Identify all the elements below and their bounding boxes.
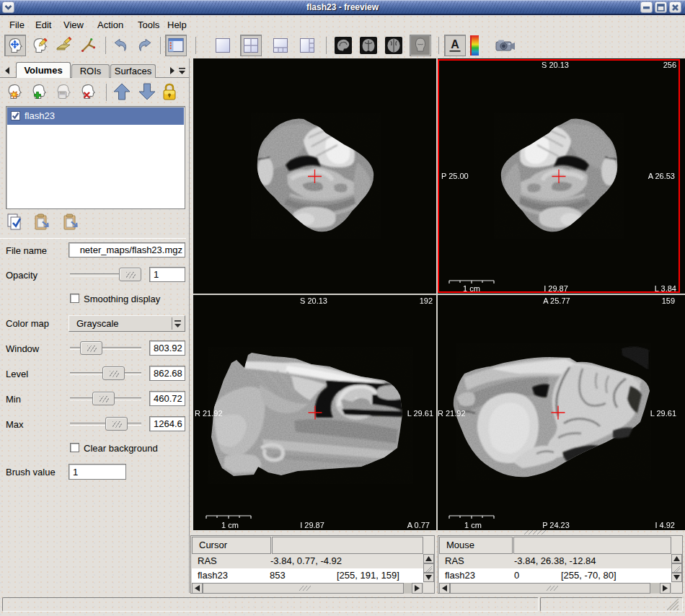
svg-text:A: A [451, 38, 459, 50]
svg-text:I 29.87: I 29.87 [544, 284, 568, 293]
svg-text:1 cm: 1 cm [463, 284, 480, 293]
svg-text:R 21.92: R 21.92 [438, 409, 466, 418]
svg-text:L 29.61: L 29.61 [650, 409, 676, 418]
svg-text:S 20.13: S 20.13 [300, 296, 327, 305]
svg-text:256: 256 [663, 61, 676, 69]
svg-text:I 4.92: I 4.92 [655, 521, 675, 529]
svg-text:L 3.84: L 3.84 [655, 284, 676, 293]
svg-text:A 0.77: A 0.77 [407, 521, 430, 529]
svg-text:192: 192 [420, 296, 433, 305]
svg-text:1 cm: 1 cm [221, 521, 239, 529]
svg-text:I 29.87: I 29.87 [300, 521, 324, 529]
svg-text:A 25.77: A 25.77 [543, 296, 570, 305]
svg-text:R 21.92: R 21.92 [195, 409, 223, 418]
svg-text:1 cm: 1 cm [464, 521, 482, 529]
svg-text:S 20.13: S 20.13 [542, 61, 569, 69]
svg-text:P 25.00: P 25.00 [441, 172, 469, 180]
svg-text:A 26.53: A 26.53 [648, 172, 675, 180]
svg-text:P 24.23: P 24.23 [542, 521, 570, 529]
svg-text:159: 159 [662, 296, 675, 305]
svg-text:L 29.61: L 29.61 [407, 409, 433, 418]
